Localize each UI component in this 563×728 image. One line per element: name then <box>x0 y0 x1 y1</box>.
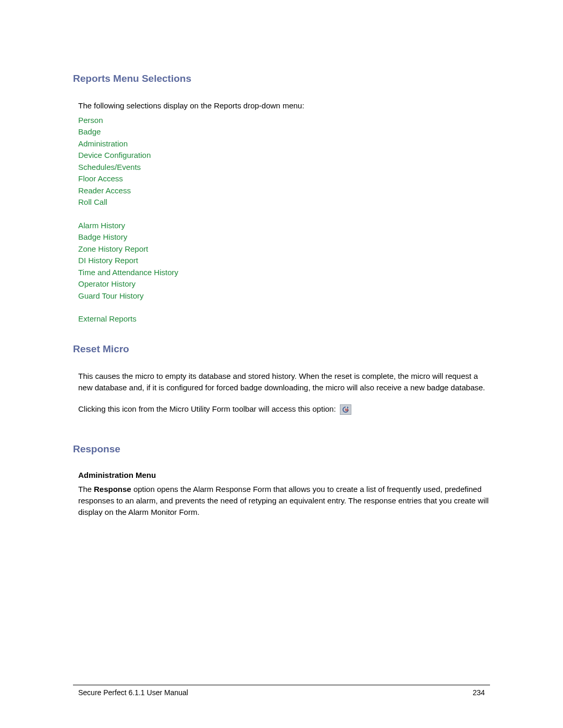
reset-icon-instruction: Clicking this icon from the Micro Utilit… <box>78 403 490 415</box>
subheading-administration-menu: Administration Menu <box>78 471 490 479</box>
response-text-pre: The <box>78 485 94 493</box>
link-roll-call[interactable]: Roll Call <box>78 196 490 208</box>
response-text-bold: Response <box>94 485 131 493</box>
link-administration[interactable]: Administration <box>78 138 490 150</box>
link-external-reports[interactable]: External Reports <box>78 313 490 325</box>
reports-content: The following selections display on the … <box>73 100 490 325</box>
link-time-and-attendance-history[interactable]: Time and Attendance History <box>78 267 490 279</box>
response-text-post: option opens the Alarm Response Form tha… <box>78 485 488 516</box>
reset-icon-instruction-text: Clicking this icon from the Micro Utilit… <box>78 404 338 413</box>
link-badge-history[interactable]: Badge History <box>78 231 490 243</box>
reset-description: This causes the micro to empty its datab… <box>78 371 490 393</box>
link-reader-access[interactable]: Reader Access <box>78 185 490 197</box>
reports-link-group-3: External Reports <box>78 313 490 325</box>
page-footer: Secure Perfect 6.1.1 User Manual 234 <box>73 685 490 697</box>
link-di-history-report[interactable]: DI History Report <box>78 255 490 267</box>
heading-reset-micro: Reset Micro <box>73 343 490 355</box>
reports-link-group-1: Person Badge Administration Device Confi… <box>78 115 490 208</box>
link-operator-history[interactable]: Operator History <box>78 278 490 290</box>
footer-row: Secure Perfect 6.1.1 User Manual 234 <box>73 688 490 697</box>
link-person[interactable]: Person <box>78 115 490 127</box>
link-zone-history-report[interactable]: Zone History Report <box>78 243 490 255</box>
link-badge[interactable]: Badge <box>78 126 490 138</box>
reset-content: This causes the micro to empty its datab… <box>73 371 490 415</box>
footer-rule <box>73 685 490 685</box>
footer-title: Secure Perfect 6.1.1 User Manual <box>78 688 188 697</box>
link-device-configuration[interactable]: Device Configuration <box>78 150 490 162</box>
heading-response: Response <box>73 443 490 455</box>
reports-link-group-2: Alarm History Badge History Zone History… <box>78 220 490 302</box>
reports-intro-text: The following selections display on the … <box>78 100 490 112</box>
svg-text:M: M <box>345 408 348 412</box>
response-description: The Response option opens the Alarm Resp… <box>78 484 490 517</box>
reset-micro-icon: M <box>340 404 351 415</box>
footer-page-number: 234 <box>473 688 485 697</box>
response-content: Administration Menu The Response option … <box>73 471 490 517</box>
document-page: Reports Menu Selections The following se… <box>0 0 563 728</box>
link-guard-tour-history[interactable]: Guard Tour History <box>78 290 490 302</box>
heading-reports-menu-selections: Reports Menu Selections <box>73 73 490 84</box>
link-floor-access[interactable]: Floor Access <box>78 173 490 185</box>
link-alarm-history[interactable]: Alarm History <box>78 220 490 232</box>
link-schedules-events[interactable]: Schedules/Events <box>78 162 490 174</box>
